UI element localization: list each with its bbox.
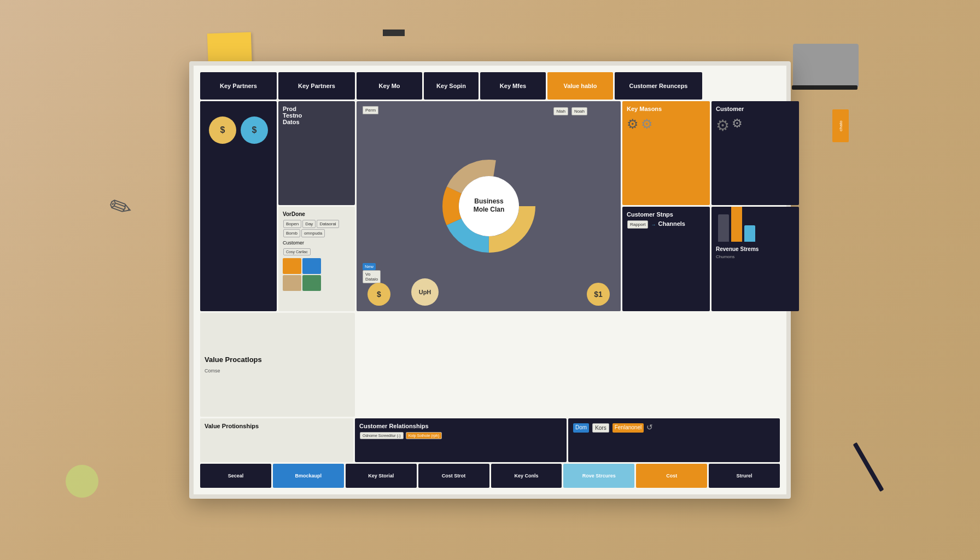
vordone-cell: VorDone Bopen Day Dataoral Bomb omnpuda … bbox=[278, 207, 355, 311]
bmc-bottom-row: Seceal Bmockaupl Key Storial Cost Strot … bbox=[200, 464, 780, 488]
coin-dollar-1: $ bbox=[209, 116, 236, 144]
gear-icon-1: ⚙ bbox=[627, 116, 639, 132]
coin-bottom-1: $ bbox=[368, 283, 390, 306]
gear-icon-3: ⚙ bbox=[716, 116, 730, 135]
mini-bar-chart bbox=[716, 211, 795, 244]
whiteboard: Key Partners Key Partners Key Mo Key Sop… bbox=[189, 61, 791, 499]
bottom-cost: Cost bbox=[636, 464, 707, 488]
vordone-tags: Bopen Day Dataoral Bomb omnpuda bbox=[283, 219, 351, 238]
rapport-arrow: Rapport → Channels bbox=[627, 220, 705, 229]
header-key-partners-2: Key Partners bbox=[278, 72, 355, 100]
header-key-mfes: Key Mfes bbox=[480, 72, 546, 100]
swatch-orange bbox=[283, 258, 301, 274]
revenue-cell: Revenue Strems Chumons bbox=[711, 207, 799, 311]
bar-1 bbox=[718, 214, 729, 242]
uph-circle: UpH bbox=[411, 278, 439, 306]
dom-kors-tags: Dom Kors Fenlanonel ↺ bbox=[573, 423, 775, 433]
bottom-key-storial: Key Storial bbox=[346, 464, 417, 488]
header-key-partners-1: Key Partners bbox=[200, 72, 277, 100]
customer-note: Customer bbox=[283, 240, 351, 246]
key-partners-cell: $ $ bbox=[200, 101, 277, 311]
header-key-mo: Key Mo bbox=[357, 72, 422, 100]
svg-text:Business: Business bbox=[474, 197, 504, 205]
gear-icon-2: ⚙ bbox=[641, 116, 653, 132]
swatch-tan bbox=[283, 275, 301, 291]
gear-icons: ⚙ ⚙ bbox=[627, 116, 705, 132]
channels-sublabel: Chumons bbox=[716, 254, 795, 259]
donut-chart: Business Mole Clan bbox=[440, 157, 538, 255]
dom-kors-cell: Dom Kors Fenlanonel ↺ bbox=[568, 418, 780, 462]
bmc-body: $ $ ProdTestnoDatos Business bbox=[200, 101, 780, 417]
cr-tags: Odnome Screeditur (-) Kolp Sothole (rph) bbox=[359, 431, 562, 440]
secondary-row: Value Protionships Customer Relationship… bbox=[200, 418, 780, 462]
bottom-seceal: Seceal bbox=[200, 464, 271, 488]
svg-text:Mole Clan: Mole Clan bbox=[473, 206, 504, 213]
customer-stnps-cell: Customer Stnps Rapport → Channels bbox=[622, 207, 710, 311]
sticky-label-right: chato bbox=[832, 109, 849, 142]
flow-tags-top: Nlah Noah bbox=[553, 107, 588, 116]
key-activities-cell: ProdTestnoDatos bbox=[278, 101, 355, 205]
customer-top-cell: Customer ⚙ ⚙ bbox=[711, 101, 799, 205]
flow-tag-2: New VoDatalo bbox=[362, 263, 381, 284]
bottom-key-conls: Key Conls bbox=[491, 464, 562, 488]
header-customer-reunceps: Customer Reunceps bbox=[615, 72, 702, 100]
value-relationships-cell: Value Protionships bbox=[200, 418, 353, 462]
color-swatches bbox=[283, 258, 321, 291]
bar-3 bbox=[744, 225, 755, 242]
flow-tag-1: Perm bbox=[362, 107, 379, 113]
coin-bottom-2: $1 bbox=[587, 283, 610, 306]
center-chart-cell: Business Mole Clan Perm New VoDatalo $ U… bbox=[357, 101, 621, 311]
header-key-sopin: Key Sopin bbox=[424, 72, 479, 100]
customer-gear-icons: ⚙ ⚙ bbox=[716, 116, 795, 135]
customer-relationships-cell: Customer Relationships Odnome Screeditur… bbox=[355, 418, 567, 462]
revenue-label: Revenue Strems bbox=[716, 246, 795, 252]
swatch-green bbox=[302, 275, 321, 291]
bar-2 bbox=[731, 207, 742, 242]
header-value: Value hablo bbox=[547, 72, 613, 100]
bottom-strurel: Strurel bbox=[709, 464, 780, 488]
gear-icon-4: ⚙ bbox=[732, 116, 743, 135]
bottom-rove-strcures: Rove Strcures bbox=[563, 464, 634, 488]
swatch-blue bbox=[302, 258, 321, 274]
bottom-cost-strot: Cost Strot bbox=[418, 464, 489, 488]
coin-dollar-2: $ bbox=[241, 116, 268, 144]
key-masons-cell: Key Masons ⚙ ⚙ bbox=[622, 101, 710, 205]
pen-right bbox=[792, 85, 858, 90]
value-propositions-cell: Value Procatlops Comse bbox=[200, 313, 355, 417]
bmc-header-row: Key Partners Key Partners Key Mo Key Sop… bbox=[200, 72, 780, 100]
bottom-bmockaupl: Bmockaupl bbox=[273, 464, 344, 488]
refresh-icon: ↺ bbox=[646, 423, 653, 433]
